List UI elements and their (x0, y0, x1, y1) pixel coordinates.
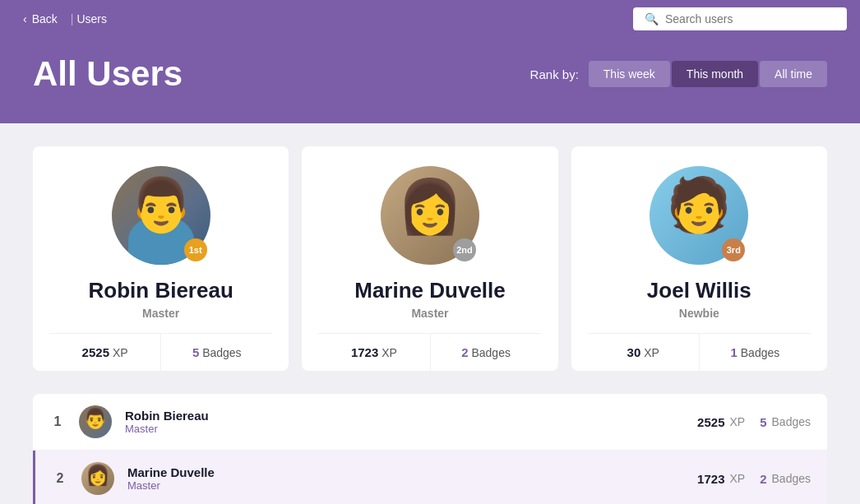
top-navigation: ‹ Back | Users 🔍 (0, 0, 860, 38)
card-xp-value-3: 30 (627, 345, 641, 359)
card-badges-value-2: 2 (461, 345, 468, 359)
list-user-level-1: Master (125, 423, 684, 435)
card-badges-label-3: Badges (741, 346, 779, 359)
search-input[interactable] (665, 12, 830, 25)
list-badges-label-2: Badges (772, 472, 811, 485)
podium-card-1: 1st Robin Biereau Master 2525 XP 5 Badge… (33, 146, 289, 371)
list-item[interactable]: 2 Marine Duvelle Master 1723 XP 2 Badges (33, 451, 827, 504)
card-stats-1: 2525 XP 5 Badges (49, 333, 272, 371)
list-badges-value-2: 2 (760, 472, 766, 486)
rank-badge-2: 2nd (453, 238, 476, 261)
list-user-name-1: Robin Biereau (125, 409, 684, 423)
rank-badge-1: 1st (184, 238, 207, 261)
list-stats-2: 1723 XP 2 Badges (697, 472, 811, 486)
avatar-container-1: 1st (112, 166, 210, 265)
page-header: All Users Rank by: This week This month … (0, 38, 860, 123)
card-xp-2: 1723 XP (318, 334, 430, 371)
podium-card-2: 2nd Marine Duvelle Master 1723 XP 2 Badg… (302, 146, 557, 371)
list-badges-label-1: Badges (772, 415, 811, 428)
card-xp-1: 2525 XP (49, 334, 161, 371)
list-xp-value-1: 2525 (697, 415, 724, 429)
list-avatar-2 (81, 462, 114, 495)
list-user-info-2: Marine Duvelle Master (127, 465, 684, 492)
card-xp-3: 30 XP (588, 334, 700, 371)
list-item[interactable]: 1 Robin Biereau Master 2525 XP 5 Badges (33, 394, 827, 451)
card-xp-label-1: XP (113, 346, 128, 359)
card-name-2: Marine Duvelle (354, 278, 506, 303)
card-xp-value-2: 1723 (351, 345, 378, 359)
rank-controls: Rank by: This week This month All time (530, 61, 827, 87)
card-name-3: Joel Willis (647, 278, 751, 303)
card-badges-value-3: 1 (731, 345, 737, 359)
card-level-1: Master (142, 307, 179, 320)
list-rank-2: 2 (52, 471, 68, 486)
card-stats-2: 1723 XP 2 Badges (318, 333, 541, 371)
card-xp-label-3: XP (644, 346, 659, 359)
back-button[interactable]: ‹ Back (13, 7, 67, 30)
card-stats-3: 30 XP 1 Badges (588, 333, 811, 371)
rank-this-week-button[interactable]: This week (589, 61, 670, 87)
podium-cards: 1st Robin Biereau Master 2525 XP 5 Badge… (33, 146, 827, 371)
nav-users-label: Users (76, 12, 107, 25)
list-stats-1: 2525 XP 5 Badges (697, 415, 811, 429)
card-badges-1: 5 Badges (161, 334, 272, 371)
main-content: 1st Robin Biereau Master 2525 XP 5 Badge… (0, 123, 860, 504)
page-title: All Users (33, 54, 183, 94)
list-avatar-1 (79, 405, 112, 438)
rank-badge-3: 3rd (722, 238, 745, 261)
list-xp-label-1: XP (729, 415, 745, 428)
avatar-container-3: 3rd (650, 166, 748, 265)
card-badges-label-2: Badges (471, 346, 510, 359)
list-user-level-2: Master (127, 479, 684, 492)
back-label: Back (32, 12, 58, 25)
list-user-name-2: Marine Duvelle (127, 465, 684, 479)
list-badges-value-1: 5 (760, 415, 766, 429)
card-level-3: Newbie (679, 307, 719, 320)
card-badges-3: 1 Badges (700, 334, 811, 371)
list-xp-label-2: XP (729, 472, 745, 485)
rank-label: Rank by: (530, 67, 579, 81)
card-xp-label-2: XP (381, 346, 397, 359)
list-user-info-1: Robin Biereau Master (125, 409, 684, 435)
rank-all-time-button[interactable]: All time (760, 61, 827, 87)
list-xp-value-2: 1723 (697, 472, 724, 486)
card-badges-label-1: Badges (202, 346, 241, 359)
users-list: 1 Robin Biereau Master 2525 XP 5 Badges … (33, 394, 827, 504)
card-badges-2: 2 Badges (431, 334, 542, 371)
card-level-2: Master (411, 307, 448, 320)
avatar-container-2: 2nd (381, 166, 479, 265)
search-bar[interactable]: 🔍 (633, 7, 847, 30)
nav-separator: | (71, 12, 74, 25)
search-icon: 🔍 (645, 12, 659, 25)
rank-buttons: This week This month All time (589, 61, 827, 87)
card-name-1: Robin Biereau (89, 278, 233, 303)
podium-card-3: 3rd Joel Willis Newbie 30 XP 1 Badges (571, 146, 827, 371)
rank-this-month-button[interactable]: This month (672, 61, 758, 87)
back-arrow-icon: ‹ (23, 12, 27, 25)
list-rank-1: 1 (49, 414, 66, 429)
card-xp-value-1: 2525 (82, 345, 109, 359)
card-badges-value-1: 5 (192, 345, 199, 359)
